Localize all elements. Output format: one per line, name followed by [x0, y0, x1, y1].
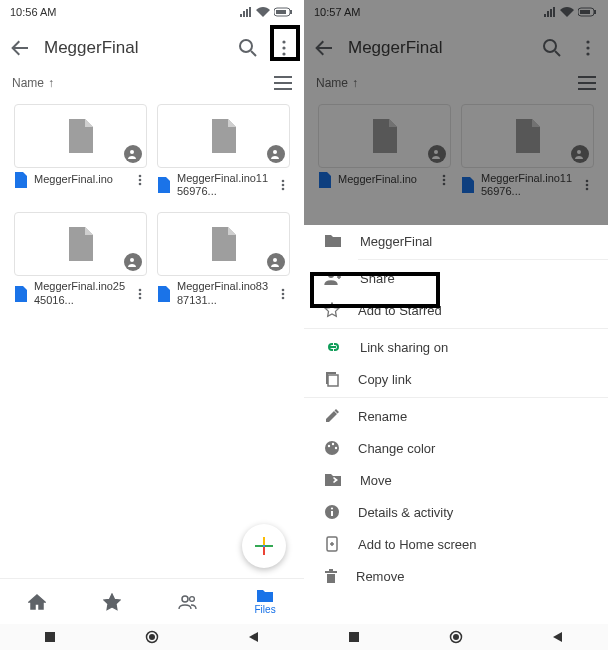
- svg-point-51: [332, 443, 334, 445]
- folder-icon: [324, 234, 342, 248]
- file-name: MeggerFinal.ino: [338, 173, 431, 186]
- file-name: MeggerFinal.ino8387131...: [177, 280, 270, 306]
- svg-point-42: [443, 183, 446, 186]
- person-add-icon: [271, 257, 281, 267]
- sheet-add-home[interactable]: Add to Home screen: [304, 528, 608, 560]
- svg-point-13: [282, 184, 285, 187]
- link-icon: [324, 342, 342, 352]
- svg-point-20: [282, 288, 285, 291]
- tutorial-highlight-more: [270, 25, 300, 61]
- home-nav-icon[interactable]: [449, 630, 463, 644]
- sheet-remove[interactable]: Remove: [304, 560, 608, 592]
- bottom-nav: Files: [0, 578, 304, 624]
- back-nav-icon[interactable]: [552, 631, 564, 643]
- sort-label: Name: [316, 76, 348, 90]
- system-nav: [0, 624, 304, 650]
- svg-point-39: [434, 150, 438, 154]
- sheet-folder-name: MeggerFinal: [360, 234, 432, 249]
- file-item[interactable]: MeggerFinal.ino: [318, 104, 451, 206]
- svg-point-10: [139, 183, 142, 186]
- wifi-icon: [560, 7, 574, 17]
- search-button[interactable]: [236, 36, 260, 60]
- svg-rect-34: [580, 10, 590, 14]
- file-item[interactable]: MeggerFinal.ino: [14, 104, 147, 206]
- file-thumbnail: [157, 104, 290, 168]
- svg-point-41: [443, 179, 446, 182]
- file-grid: MeggerFinal.ino MeggerFinal.ino1156976..…: [304, 94, 608, 216]
- view-toggle-button[interactable]: [274, 76, 292, 90]
- shared-badge: [124, 145, 142, 163]
- recent-apps-icon[interactable]: [44, 631, 56, 643]
- document-icon: [67, 227, 95, 261]
- file-name: MeggerFinal.ino2545016...: [34, 280, 127, 306]
- nav-files[interactable]: Files: [255, 589, 276, 615]
- svg-rect-1: [290, 10, 292, 14]
- item-more-icon[interactable]: [437, 173, 451, 187]
- file-item[interactable]: MeggerFinal.ino1156976...: [157, 104, 290, 206]
- home-nav-icon[interactable]: [145, 630, 159, 644]
- app-toolbar: MeggerFinal: [0, 24, 304, 72]
- home-icon: [28, 593, 46, 611]
- sort-button[interactable]: Name ↑: [316, 76, 358, 90]
- search-icon: [238, 38, 258, 58]
- svg-point-45: [586, 184, 589, 187]
- sheet-change-color[interactable]: Change color: [304, 432, 608, 464]
- svg-point-21: [282, 292, 285, 295]
- doc-type-icon: [157, 286, 171, 302]
- svg-point-19: [273, 258, 277, 262]
- back-button[interactable]: [8, 36, 32, 60]
- recent-apps-icon[interactable]: [348, 631, 360, 643]
- list-view-icon: [274, 76, 292, 90]
- doc-type-icon: [157, 177, 171, 193]
- app-toolbar: MeggerFinal: [304, 24, 608, 72]
- signal-icon: [544, 7, 556, 17]
- list-sort-row: Name ↑: [0, 72, 304, 94]
- status-icons: [544, 7, 598, 17]
- file-name: MeggerFinal.ino1156976...: [177, 172, 270, 198]
- shared-badge: [571, 145, 589, 163]
- svg-point-50: [328, 445, 330, 447]
- sheet-move[interactable]: Move: [304, 464, 608, 496]
- sort-button[interactable]: Name ↑: [12, 76, 54, 90]
- item-more-icon[interactable]: [276, 287, 290, 301]
- svg-point-36: [586, 40, 589, 43]
- svg-point-11: [273, 150, 277, 154]
- item-more-icon[interactable]: [580, 178, 594, 192]
- page-title: MeggerFinal: [348, 38, 528, 58]
- left-phone: 10:56 AM MeggerFinal Name ↑: [0, 0, 304, 650]
- nav-home[interactable]: [28, 593, 46, 611]
- back-nav-icon[interactable]: [248, 631, 260, 643]
- status-icons: [240, 7, 294, 17]
- sheet-folder-header: MeggerFinal: [304, 225, 608, 257]
- item-more-icon[interactable]: [276, 178, 290, 192]
- svg-point-46: [586, 188, 589, 191]
- sheet-rename[interactable]: Rename: [304, 400, 608, 432]
- view-toggle-button[interactable]: [578, 76, 596, 90]
- file-item[interactable]: MeggerFinal.ino1156976...: [461, 104, 594, 206]
- signal-icon: [240, 7, 252, 17]
- document-icon: [67, 119, 95, 153]
- item-more-icon[interactable]: [133, 287, 147, 301]
- doc-type-icon: [14, 172, 28, 188]
- sheet-details[interactable]: Details & activity: [304, 496, 608, 528]
- file-item[interactable]: MeggerFinal.ino8387131...: [157, 212, 290, 314]
- copy-icon: [324, 371, 340, 387]
- divider: [304, 328, 608, 329]
- file-item[interactable]: MeggerFinal.ino2545016...: [14, 212, 147, 314]
- move-icon: [324, 473, 342, 487]
- doc-type-icon: [318, 172, 332, 188]
- svg-point-55: [331, 507, 333, 509]
- item-more-icon[interactable]: [133, 173, 147, 187]
- sheet-link-sharing[interactable]: Link sharing on: [304, 331, 608, 363]
- status-bar: 10:57 AM: [304, 0, 608, 24]
- person-add-icon: [128, 149, 138, 159]
- more-button[interactable]: [576, 36, 600, 60]
- search-icon: [542, 38, 562, 58]
- nav-starred[interactable]: [103, 593, 121, 611]
- wifi-icon: [256, 7, 270, 17]
- sheet-copy-link[interactable]: Copy link: [304, 363, 608, 395]
- nav-shared[interactable]: [178, 593, 198, 611]
- back-button[interactable]: [312, 36, 336, 60]
- search-button[interactable]: [540, 36, 564, 60]
- fab-button[interactable]: [242, 524, 286, 568]
